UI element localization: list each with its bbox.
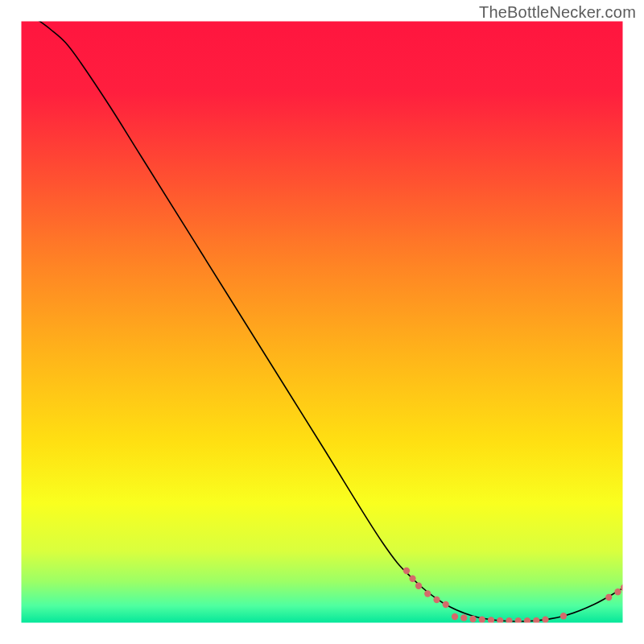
gradient-background	[20, 20, 624, 624]
marker-dot	[614, 588, 621, 595]
marker-dot	[469, 616, 476, 622]
marker-dot	[443, 601, 449, 608]
marker-dot	[542, 617, 548, 623]
marker-dot	[433, 597, 440, 603]
marker-dot	[409, 576, 415, 582]
marker-dot	[488, 617, 494, 623]
bottleneck-curve-chart	[0, 0, 644, 644]
marker-dot	[424, 590, 431, 597]
marker-dot	[479, 617, 485, 623]
marker-dot	[452, 613, 458, 620]
marker-dot	[605, 594, 612, 601]
marker-dot	[403, 568, 410, 574]
marker-dot	[560, 613, 567, 619]
marker-dot	[415, 583, 422, 589]
marker-dot	[460, 614, 467, 621]
chart-frame: TheBottleNecker.com	[0, 0, 644, 644]
